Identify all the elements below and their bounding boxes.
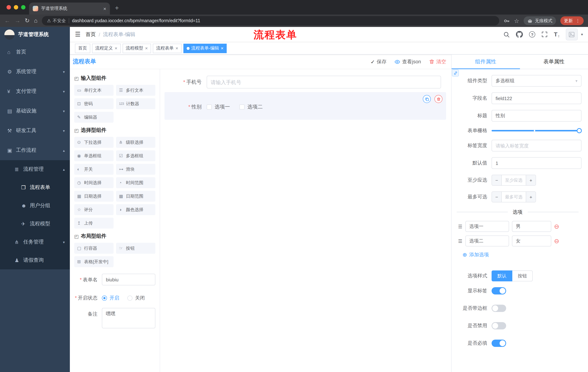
- add-option-button[interactable]: ⊕ 添加选项: [462, 252, 581, 258]
- form-name-input[interactable]: [102, 274, 155, 285]
- disabled-toggle[interactable]: [492, 322, 506, 329]
- palette-item-color-picker[interactable]: ◑颜色选择: [116, 204, 155, 215]
- gender-option2-checkbox[interactable]: 选项二: [239, 104, 263, 110]
- status-on-radio[interactable]: 开启: [102, 295, 119, 301]
- tag-process-form-edit[interactable]: 流程表单-编辑 ×: [183, 43, 227, 53]
- option-value-input[interactable]: [512, 221, 551, 232]
- palette-item-button[interactable]: ☞按钮: [116, 243, 155, 254]
- sidebar-item-process-model[interactable]: ✈ 流程模型: [0, 215, 70, 233]
- view-json-button[interactable]: 查看json: [394, 58, 421, 65]
- max-select-value[interactable]: 最多可选: [502, 192, 526, 202]
- show-label-toggle[interactable]: [492, 287, 506, 295]
- tag-home[interactable]: 首页: [75, 43, 90, 53]
- tag-process-model[interactable]: 流程模型 ×: [122, 43, 151, 53]
- sidebar-item-leave-query[interactable]: ♟ 请假查询: [0, 251, 70, 269]
- palette-item-password[interactable]: ⊡密码: [74, 98, 114, 109]
- palette-item-date-range[interactable]: ▩日期范围: [116, 191, 155, 202]
- sidebar-item-infrastructure[interactable]: ▤ 基础设施 ▾: [0, 101, 70, 121]
- close-icon[interactable]: ×: [115, 46, 117, 51]
- palette-item-slider[interactable]: ⊶滑块: [116, 164, 155, 175]
- gender-field-row[interactable]: *性别 选项一 选项二: [165, 92, 446, 120]
- palette-item-checkbox-group[interactable]: ☑多选框组: [116, 150, 155, 161]
- sidebar-item-task-management[interactable]: ⋔ 任务管理 ▾: [0, 233, 70, 251]
- option-value-input[interactable]: [512, 235, 551, 246]
- palette-item-upload[interactable]: ↥上传: [74, 218, 114, 229]
- palette-item-radio-group[interactable]: ◉单选框组: [74, 150, 114, 161]
- tag-process-definition[interactable]: 流程定义 ×: [92, 43, 121, 53]
- style-button-button[interactable]: 按钮: [512, 270, 533, 281]
- drag-handle-icon[interactable]: ☰: [458, 224, 462, 229]
- palette-item-time-range[interactable]: ◔时间范围: [116, 177, 155, 188]
- required-toggle[interactable]: [492, 340, 506, 347]
- text-size-icon[interactable]: T ↕: [554, 31, 560, 38]
- slider-handle[interactable]: [577, 128, 582, 133]
- home-icon[interactable]: ⌂: [34, 18, 37, 24]
- sidebar-item-process-management[interactable]: ≣ 流程管理 ▴: [0, 160, 70, 178]
- search-icon[interactable]: [503, 31, 510, 38]
- palette-item-row-container[interactable]: ▢行容器: [74, 243, 114, 254]
- style-default-button[interactable]: 默认: [492, 270, 512, 281]
- sidebar-item-user-group[interactable]: ☻ 用户分组: [0, 197, 70, 215]
- palette-item-table[interactable]: ⊞表格[开发中]: [74, 256, 114, 267]
- back-icon[interactable]: ←: [4, 18, 10, 24]
- option-label-input[interactable]: [465, 221, 509, 232]
- copy-component-button[interactable]: [423, 95, 431, 103]
- forward-icon[interactable]: →: [15, 18, 20, 24]
- sidebar-item-payment[interactable]: ¥ 支付管理 ▾: [0, 82, 70, 101]
- sidebar-item-devtools[interactable]: ⚒ 研发工具 ▾: [0, 121, 70, 140]
- close-icon[interactable]: ×: [175, 46, 178, 51]
- component-type-select[interactable]: 多选框组 ▾: [492, 75, 581, 87]
- sidebar-item-system[interactable]: ⚙ 系统管理 ▾: [0, 62, 70, 82]
- password-key-icon[interactable]: [504, 18, 510, 24]
- tab-form-props[interactable]: 表单属性: [520, 55, 588, 69]
- github-icon[interactable]: [516, 31, 523, 38]
- increase-button[interactable]: +: [526, 192, 536, 202]
- palette-item-date-picker[interactable]: ▦日期选择: [74, 191, 114, 202]
- palette-item-single-line-text[interactable]: ▭单行文本: [74, 85, 114, 96]
- gender-option1-checkbox[interactable]: 选项一: [207, 104, 230, 110]
- reload-icon[interactable]: ↻: [25, 18, 30, 24]
- field-name-input[interactable]: [492, 93, 581, 104]
- tab-component-props[interactable]: 组件属性: [452, 55, 520, 69]
- security-warning[interactable]: ⚠ 不安全: [47, 18, 66, 24]
- maximize-window-button[interactable]: [21, 5, 25, 10]
- decrease-button[interactable]: −: [492, 175, 502, 185]
- update-button[interactable]: 更新 ⋮: [560, 16, 584, 25]
- help-icon[interactable]: ?: [529, 31, 535, 37]
- label-width-input[interactable]: [492, 140, 581, 151]
- avatar[interactable]: [566, 28, 578, 40]
- browser-menu-icon[interactable]: ⋮: [576, 18, 580, 23]
- close-icon[interactable]: ×: [221, 46, 224, 51]
- remove-option-icon[interactable]: ⊖: [554, 223, 559, 230]
- palette-item-rate[interactable]: ☆评分: [74, 204, 114, 215]
- hamburger-icon[interactable]: ☰: [75, 31, 81, 38]
- min-select-value[interactable]: 至少应选: [502, 175, 526, 185]
- phone-field-row[interactable]: *手机号: [176, 76, 441, 88]
- border-toggle[interactable]: [492, 305, 506, 312]
- increase-button[interactable]: +: [526, 175, 536, 185]
- new-tab-button[interactable]: +: [115, 4, 119, 12]
- url-input[interactable]: ⚠ 不安全 dashboard.yudao.iocoder.cn/bpm/man…: [42, 16, 499, 25]
- clear-button[interactable]: 清空: [429, 58, 446, 65]
- save-button[interactable]: ✓ 保存: [371, 58, 386, 65]
- close-window-button[interactable]: [7, 5, 11, 10]
- drag-handle-icon[interactable]: ☰: [458, 238, 462, 244]
- sidebar-item-process-form[interactable]: ❐ 流程表单: [0, 178, 70, 197]
- palette-item-time-picker[interactable]: ◷时间选择: [74, 177, 114, 188]
- browser-tab[interactable]: 芋道管理系统 ×: [29, 2, 110, 15]
- remove-option-icon[interactable]: ⊖: [554, 238, 559, 244]
- title-input[interactable]: [492, 110, 581, 122]
- remark-textarea[interactable]: 嘿嘿: [102, 308, 155, 328]
- default-value-input[interactable]: [492, 157, 581, 169]
- palette-item-switch[interactable]: ◐开关: [74, 164, 114, 175]
- phone-input[interactable]: [207, 76, 441, 88]
- form-grid-slider[interactable]: [492, 130, 579, 131]
- minimize-window-button[interactable]: [14, 5, 18, 10]
- close-icon[interactable]: ×: [145, 46, 148, 51]
- palette-item-cascader[interactable]: ⋔级联选择: [116, 137, 155, 148]
- decrease-button[interactable]: −: [492, 192, 502, 202]
- fullscreen-icon[interactable]: [541, 31, 548, 37]
- delete-component-button[interactable]: [434, 95, 442, 103]
- option-label-input[interactable]: [465, 235, 509, 246]
- tag-process-form[interactable]: 流程表单 ×: [153, 43, 181, 53]
